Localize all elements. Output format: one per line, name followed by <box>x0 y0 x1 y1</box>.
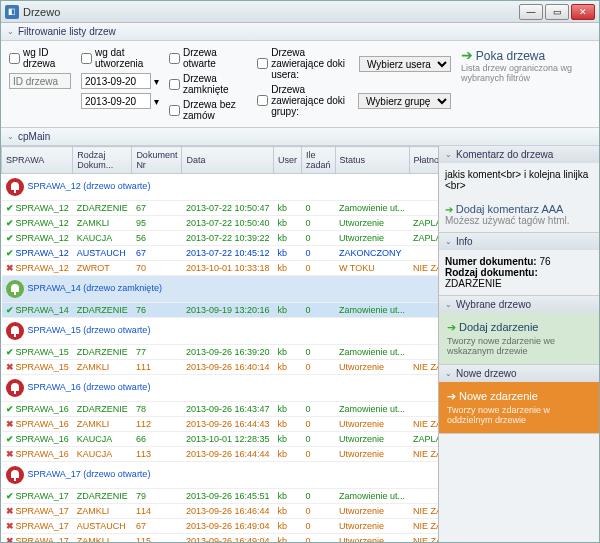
lbl-bezzam: Drzewa bez zamów <box>183 99 247 121</box>
info-rodzaj-lbl: Rodzaj dokumentu: <box>445 267 538 278</box>
dodaj-kom-sub: Możesz używać tagów html. <box>445 215 593 226</box>
check-icon: ✔ <box>6 434 14 444</box>
info-numer-lbl: Numer dokumentu: <box>445 256 537 267</box>
chk-wg-id[interactable] <box>9 53 20 64</box>
grid-scroll[interactable]: SPRAWA Rodzaj Dokum... Dokument Nr Data … <box>1 146 439 542</box>
dodaj-zd-title: Dodaj zdarzenie <box>459 321 539 333</box>
x-icon: ✖ <box>6 536 14 542</box>
check-icon: ✔ <box>6 305 14 315</box>
poka-sub: Lista drzew ograniczona wg wybranych fil… <box>461 63 591 83</box>
dodaj-zd-sub: Tworzy nowe zdarzenie we wskazanym drzew… <box>447 336 591 356</box>
window-title: Drzewo <box>23 6 519 18</box>
table-row[interactable]: ✖SPRAWA_16KAUCJA1132013-09-26 16:44:44kb… <box>2 447 440 462</box>
table-row[interactable]: ✔SPRAWA_12ZAMKLI952013-07-22 10:50:40kb0… <box>2 216 440 231</box>
sel-user[interactable]: Wybierz usera <box>359 56 451 72</box>
table-row[interactable]: ✔SPRAWA_17ZDARZENIE792013-09-26 16:45:51… <box>2 489 440 504</box>
minimize-button[interactable]: — <box>519 4 543 20</box>
lbl-user: Drzewa zawierające doki usera: <box>271 47 356 80</box>
table-row[interactable]: ✔SPRAWA_16ZDARZENIE782013-09-26 16:43:47… <box>2 402 440 417</box>
x-icon: ✖ <box>6 419 14 429</box>
dodaj-zdarzenie-action[interactable]: ➔Dodaj zdarzenie Tworzy nowe zdarzenie w… <box>439 313 599 364</box>
col-status[interactable]: Status <box>335 147 409 174</box>
arrow-right-icon: ➔ <box>447 321 456 333</box>
col-zadan[interactable]: Ile zadań <box>302 147 336 174</box>
x-icon: ✖ <box>6 362 14 372</box>
komentarz-header[interactable]: ⌄Komentarz do drzewa <box>439 146 599 163</box>
maximize-button[interactable]: ▭ <box>545 4 569 20</box>
x-icon: ✖ <box>6 521 14 531</box>
chk-otwarte[interactable] <box>169 53 180 64</box>
lbl-wg-dat: wg dat utworzenia <box>95 47 159 69</box>
table-row[interactable]: ✖SPRAWA_17ZAMKLI1152013-09-26 16:49:04kb… <box>2 534 440 543</box>
input-id-drzewa[interactable] <box>9 73 71 89</box>
check-icon: ✔ <box>6 203 14 213</box>
table-row[interactable]: ✔SPRAWA_14ZDARZENIE762013-09-19 13:20:16… <box>2 303 440 318</box>
table-row[interactable]: ✖SPRAWA_16ZAMKLI1122013-09-26 16:44:43kb… <box>2 417 440 432</box>
table-row[interactable]: ✖SPRAWA_15ZAMKLI1112013-09-26 16:40:14kb… <box>2 360 440 375</box>
date-from[interactable] <box>81 73 151 89</box>
close-button[interactable]: ✕ <box>571 4 595 20</box>
chk-grupy[interactable] <box>257 95 268 106</box>
chk-zamkniete[interactable] <box>169 79 180 90</box>
arrow-right-icon: ➔ <box>445 204 453 215</box>
poka-action[interactable]: ➔ Poka drzewa Lista drzew ograniczona wg… <box>461 47 591 121</box>
calendar-icon[interactable]: ▾ <box>154 76 159 87</box>
col-doknr[interactable]: Dokument Nr <box>132 147 182 174</box>
app-icon: ◧ <box>5 5 19 19</box>
chk-bezzam[interactable] <box>169 105 180 116</box>
col-rodzaj[interactable]: Rodzaj Dokum... <box>73 147 132 174</box>
group-row[interactable]: SPRAWA_12 (drzewo otwarte) <box>2 174 440 201</box>
chk-wg-dat[interactable] <box>81 53 92 64</box>
chevron-icon: ⌄ <box>445 237 452 246</box>
lbl-otwarte: Drzewa otwarte <box>183 47 247 69</box>
table-row[interactable]: ✔SPRAWA_12AUSTAUCH672013-07-22 10:45:12k… <box>2 246 440 261</box>
group-row[interactable]: SPRAWA_14 (drzewo zamknięte) <box>2 276 440 303</box>
tree-icon <box>6 379 24 397</box>
table-row[interactable]: ✔SPRAWA_12ZDARZENIE672013-07-22 10:50:47… <box>2 201 440 216</box>
chevron-icon: ⌄ <box>445 150 452 159</box>
poka-title: Poka drzewa <box>476 49 545 63</box>
chevron-icon: ⌄ <box>7 27 14 36</box>
col-user[interactable]: User <box>273 147 301 174</box>
check-icon: ✔ <box>6 491 14 501</box>
x-icon: ✖ <box>6 449 14 459</box>
arrow-right-icon: ➔ <box>461 47 473 63</box>
nowe-zd-title: Nowe zdarzenie <box>459 390 538 402</box>
nowe-zdarzenie-action[interactable]: ➔Nowe zdarzenie Tworzy nowe zdarzenie w … <box>439 382 599 433</box>
info-rodzaj-val: ZDARZENIE <box>445 278 502 289</box>
chevron-icon: ⌄ <box>445 300 452 309</box>
check-icon: ✔ <box>6 347 14 357</box>
table-row[interactable]: ✔SPRAWA_15ZDARZENIE772013-09-26 16:39:20… <box>2 345 440 360</box>
col-platnosc[interactable]: Płatność <box>409 147 439 174</box>
lbl-zamkniete: Drzewa zamknięte <box>183 73 247 95</box>
arrow-right-icon: ➔ <box>447 390 456 402</box>
col-sprawa[interactable]: SPRAWA <box>2 147 73 174</box>
komentarz-body: jakis koment<br> i kolejna linijka <br> <box>439 163 599 197</box>
table-row[interactable]: ✖SPRAWA_17ZAMKLI1142013-09-26 16:46:44kb… <box>2 504 440 519</box>
dodaj-komentarz-action[interactable]: ➔ Dodaj komentarz AAA Możesz używać tagó… <box>439 197 599 232</box>
tree-icon <box>6 280 24 298</box>
group-row[interactable]: SPRAWA_16 (drzewo otwarte) <box>2 375 440 402</box>
group-row[interactable]: SPRAWA_15 (drzewo otwarte) <box>2 318 440 345</box>
table-row[interactable]: ✔SPRAWA_16KAUCJA662013-10-01 12:28:35kb0… <box>2 432 440 447</box>
wybrane-header[interactable]: ⌄Wybrane drzewo <box>439 296 599 313</box>
sel-grupy[interactable]: Wybierz grupę <box>358 93 451 109</box>
info-header[interactable]: ⌄Info <box>439 233 599 250</box>
window: ◧ Drzewo — ▭ ✕ ⌄ Filtrowanie listy drzew… <box>0 0 600 543</box>
filter-panel-header[interactable]: ⌄ Filtrowanie listy drzew <box>1 23 599 41</box>
titlebar[interactable]: ◧ Drzewo — ▭ ✕ <box>1 1 599 23</box>
table-row[interactable]: ✔SPRAWA_12KAUCJA562013-07-22 10:39:22kb0… <box>2 231 440 246</box>
group-row[interactable]: SPRAWA_17 (drzewo otwarte) <box>2 462 440 489</box>
chk-user[interactable] <box>257 58 268 69</box>
col-data[interactable]: Data <box>182 147 274 174</box>
calendar-icon[interactable]: ▾ <box>154 96 159 107</box>
lbl-grupy: Drzewa zawierające doki grupy: <box>271 84 355 117</box>
nowe-zd-sub: Tworzy nowe zdarzenie w oddzielnym drzew… <box>447 405 591 425</box>
chevron-icon: ⌄ <box>7 132 14 141</box>
nowe-header[interactable]: ⌄Nowe drzewo <box>439 365 599 382</box>
date-to[interactable] <box>81 93 151 109</box>
table-row[interactable]: ✖SPRAWA_12ZWROT702013-10-01 10:33:18kb0W… <box>2 261 440 276</box>
filter-header-label: Filtrowanie listy drzew <box>18 26 116 37</box>
cpmain-header[interactable]: ⌄ cpMain <box>1 128 599 146</box>
table-row[interactable]: ✖SPRAWA_17AUSTAUCH672013-09-26 16:49:04k… <box>2 519 440 534</box>
